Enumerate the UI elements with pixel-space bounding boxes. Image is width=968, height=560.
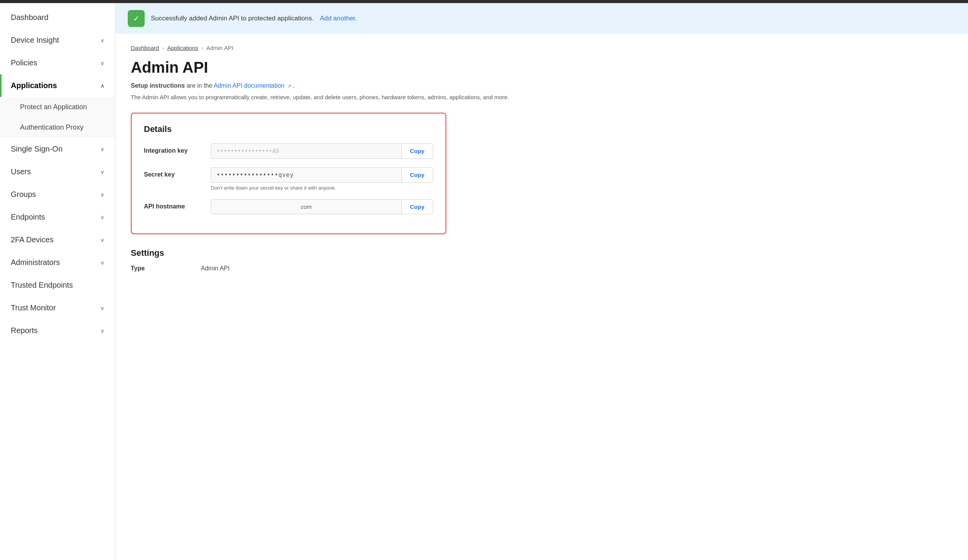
page-description: The Admin API allows you to programmatic… [131, 93, 953, 102]
sidebar-item-label: Policies [11, 58, 37, 67]
chevron-down-icon: ∨ [100, 237, 104, 243]
sidebar-item-reports[interactable]: Reports ∨ [0, 319, 115, 342]
layout: Dashboard Device Insight ∨ Policies ∨ Ap… [0, 3, 968, 560]
breadcrumb-sep-1: › [162, 45, 164, 51]
sidebar-item-label: Trust Monitor [11, 303, 56, 312]
content-area: Dashboard › Applications › Admin API Adm… [115, 34, 968, 560]
sidebar-item-label: 2FA Devices [11, 235, 53, 244]
integration-key-input-row: Copy [211, 143, 433, 159]
page-title: Admin API [131, 59, 953, 76]
admin-api-doc-link[interactable]: Admin API documentation ↗ [214, 82, 293, 89]
breadcrumb: Dashboard › Applications › Admin API [131, 45, 953, 51]
sidebar-item-label: Applications [11, 81, 57, 90]
api-hostname-group: Copy [211, 199, 433, 214]
details-title: Details [144, 124, 433, 134]
sidebar-item-auth-proxy[interactable]: Authentication Proxy [20, 117, 115, 138]
top-bar [0, 0, 968, 3]
api-hostname-label: API hostname [144, 199, 202, 210]
chevron-up-icon: ∧ [100, 83, 104, 89]
success-icon: ✓ [128, 10, 145, 27]
settings-section: Settings Type Admin API [131, 248, 953, 272]
settings-type-value: Admin API [201, 265, 230, 272]
sidebar-item-protect-application[interactable]: Protect an Application [20, 97, 115, 117]
sidebar-item-groups[interactable]: Groups ∨ [0, 183, 115, 206]
sidebar-item-device-insight[interactable]: Device Insight ∨ [0, 29, 115, 52]
sidebar-item-label: Single Sign-On [11, 145, 63, 153]
add-another-link[interactable]: Add another. [320, 15, 357, 22]
sidebar-item-users[interactable]: Users ∨ [0, 160, 115, 183]
breadcrumb-sep-2: › [201, 45, 203, 51]
breadcrumb-dashboard[interactable]: Dashboard [131, 45, 159, 51]
sidebar-sub-applications: Protect an Application Authentication Pr… [0, 97, 115, 138]
settings-title: Settings [131, 248, 953, 258]
chevron-down-icon: ∨ [100, 146, 104, 152]
sidebar: Dashboard Device Insight ∨ Policies ∨ Ap… [0, 3, 115, 560]
sidebar-item-sso[interactable]: Single Sign-On ∨ [0, 138, 115, 160]
integration-key-input[interactable] [211, 143, 401, 159]
chevron-down-icon: ∨ [100, 192, 104, 198]
integration-key-label: Integration key [144, 143, 202, 154]
sidebar-item-applications[interactable]: Applications ∧ [0, 74, 115, 97]
external-link-icon: ↗ [287, 83, 291, 89]
breadcrumb-current: Admin API [206, 45, 233, 51]
api-hostname-copy-button[interactable]: Copy [401, 199, 434, 214]
secret-key-hint: Don't write down your secret key or shar… [211, 185, 433, 191]
setup-label: Setup instructions [131, 82, 185, 89]
api-hostname-input[interactable] [211, 199, 401, 214]
chevron-down-icon: ∨ [100, 60, 104, 66]
sidebar-item-dashboard[interactable]: Dashboard [0, 6, 115, 29]
sidebar-item-trust-monitor[interactable]: Trust Monitor ∨ [0, 297, 115, 319]
details-card: Details Integration key Copy Secret key [131, 113, 446, 234]
sidebar-item-label: Endpoints [11, 213, 45, 222]
sidebar-item-label: Users [11, 167, 31, 176]
sidebar-item-endpoints[interactable]: Endpoints ∨ [0, 206, 115, 228]
chevron-down-icon: ∨ [100, 214, 104, 220]
api-hostname-row: API hostname Copy [144, 199, 433, 214]
integration-key-group: Copy [211, 143, 433, 159]
integration-key-copy-button[interactable]: Copy [401, 143, 434, 159]
sidebar-item-label: Administrators [11, 258, 60, 267]
chevron-down-icon: ∨ [100, 328, 104, 334]
secret-key-input-row: Copy [211, 167, 433, 183]
setup-text: are in the [187, 82, 214, 89]
chevron-down-icon: ∨ [100, 305, 104, 311]
sidebar-item-label: Dashboard [11, 13, 48, 22]
sidebar-item-trusted-endpoints[interactable]: Trusted Endpoints [0, 274, 115, 297]
settings-type-key: Type [131, 265, 189, 272]
settings-type-row: Type Admin API [131, 265, 953, 272]
chevron-down-icon: ∨ [100, 37, 104, 43]
secret-key-label: Secret key [144, 167, 202, 178]
sidebar-item-label: Groups [11, 190, 36, 199]
sidebar-item-policies[interactable]: Policies ∨ [0, 52, 115, 74]
setup-instructions: Setup instructions are in the Admin API … [131, 82, 953, 89]
secret-key-copy-button[interactable]: Copy [401, 167, 434, 183]
main-content: ✓ Successfully added Admin API to protec… [115, 3, 968, 560]
chevron-down-icon: ∨ [100, 260, 104, 266]
sidebar-item-label: Device Insight [11, 36, 59, 45]
api-hostname-input-row: Copy [211, 199, 433, 214]
sidebar-item-2fa-devices[interactable]: 2FA Devices ∨ [0, 228, 115, 251]
sidebar-item-label: Trusted Endpoints [11, 281, 73, 290]
success-banner: ✓ Successfully added Admin API to protec… [115, 3, 968, 34]
banner-message: Successfully added Admin API to protecte… [151, 15, 314, 22]
integration-key-row: Integration key Copy [144, 143, 433, 159]
secret-key-row: Secret key Copy Don't write down your se… [144, 167, 433, 191]
sidebar-item-administrators[interactable]: Administrators ∨ [0, 251, 115, 274]
breadcrumb-applications[interactable]: Applications [167, 45, 198, 51]
secret-key-input[interactable] [211, 167, 401, 183]
chevron-down-icon: ∨ [100, 169, 104, 175]
sidebar-item-label: Reports [11, 326, 38, 335]
secret-key-group: Copy Don't write down your secret key or… [211, 167, 433, 191]
